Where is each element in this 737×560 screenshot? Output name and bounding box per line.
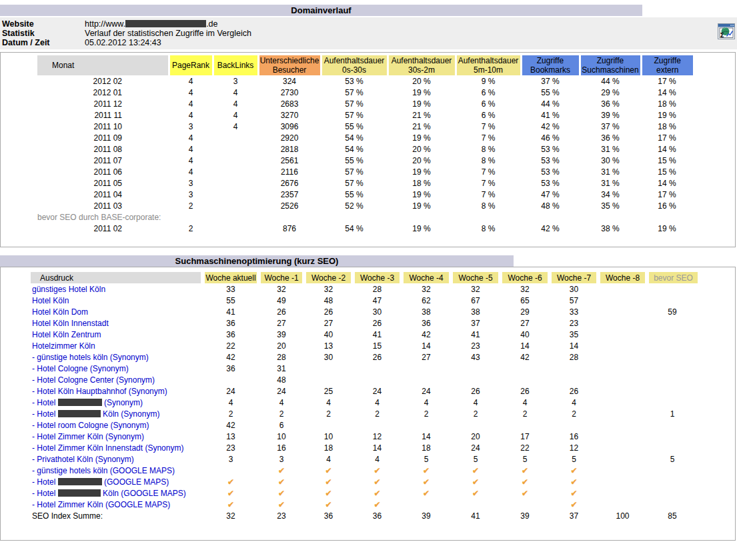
value-cell: 324 — [258, 75, 321, 87]
value-cell: 20 % — [388, 155, 456, 166]
value-cell — [647, 363, 698, 374]
keyword-cell[interactable]: - Hotel Zimmer Köln (Synonym) — [31, 431, 203, 442]
value-cell: 32 — [259, 283, 304, 295]
keyword-cell[interactable]: Hotel Köln Dom — [31, 306, 203, 317]
keyword-cell[interactable]: Hotel Köln Innenstadt — [31, 317, 203, 329]
value-cell: 8 % — [456, 155, 521, 166]
value-cell: 13 — [304, 340, 353, 351]
checkmark-icon: ✔ — [550, 476, 598, 487]
seo-table-row: Hotelzimmer Köln2220131514231414 — [31, 340, 698, 351]
value-cell: 3 — [203, 453, 259, 465]
checkmark-icon: ✔ — [353, 487, 402, 499]
checkmark-icon: ✔ — [353, 499, 402, 510]
keyword-cell[interactable]: - Hotel (GOOGLE MAPS) — [31, 476, 203, 487]
value-cell: 53 % — [521, 166, 580, 177]
keyword-cell[interactable]: Hotel Köln Zentrum — [31, 329, 203, 340]
value-cell: 4 — [451, 397, 500, 408]
column-header-woche-1: Woche -1 — [259, 272, 304, 283]
keyword-cell[interactable]: - Hotel Köln (GOOGLE MAPS) — [31, 487, 203, 499]
value-cell: 4 — [213, 87, 258, 98]
value-cell: 47 — [353, 295, 402, 306]
keyword-cell[interactable]: - Hotel Cologne (Synonym) — [31, 363, 203, 374]
value-cell — [647, 295, 698, 306]
value-cell: 22 — [500, 442, 550, 453]
value-cell: 65 — [500, 295, 550, 306]
value-cell: 2 — [500, 408, 550, 419]
value-cell — [647, 351, 698, 363]
keyword-cell[interactable]: Hotel Köln — [31, 295, 203, 306]
value-cell: 3 — [169, 177, 213, 189]
value-cell: 2 — [402, 408, 451, 419]
month-cell: 2012 02 — [37, 75, 169, 87]
value-cell — [213, 223, 258, 234]
value-cell: 2357 — [258, 189, 321, 200]
value-cell — [647, 317, 698, 329]
value-cell: 40 — [304, 329, 353, 340]
value-cell — [353, 374, 402, 385]
value-cell: 21 % — [388, 121, 456, 132]
value-cell: 28 — [259, 351, 304, 363]
column-header-zugriffe-suchmaschinen: ZugriffeSuchmaschinen — [580, 55, 641, 75]
value-cell: 42 — [203, 419, 259, 431]
value-cell — [353, 363, 402, 374]
keyword-cell[interactable]: - Hotel Köln (Synonym) — [31, 408, 203, 419]
value-cell: 31 % — [580, 166, 641, 177]
checkmark-icon: ✔ — [500, 465, 550, 476]
seo-sum-row: SEO Index Summe:322336363941393710085 — [31, 510, 698, 521]
keyword-cell[interactable]: - Privathotel Köln (Synonym) — [31, 453, 203, 465]
statistics-window-icon[interactable]: Σ — [718, 23, 735, 39]
month-cell: 2011 05 — [37, 177, 169, 189]
value-cell: 28 — [353, 283, 402, 295]
value-cell: 42 — [500, 351, 550, 363]
seo-table-row: - Privathotel Köln (Synonym)334455555 — [31, 453, 698, 465]
value-cell: 67 — [451, 295, 500, 306]
keyword-cell[interactable]: Hotelzimmer Köln — [31, 340, 203, 351]
value-cell: 1 — [647, 408, 698, 419]
value-cell — [598, 419, 647, 431]
value-cell — [598, 283, 647, 295]
value-cell — [213, 166, 258, 177]
value-cell: 8 % — [456, 200, 521, 211]
value-cell — [598, 499, 647, 510]
redacted-text-block — [125, 20, 206, 27]
keyword-cell[interactable]: - Hotel Cologne Center (Synonym) — [31, 374, 203, 385]
keyword-cell[interactable]: günstiges Hotel Köln — [31, 283, 203, 295]
value-cell: 57 — [550, 295, 598, 306]
value-cell: 48 % — [521, 200, 580, 211]
checkmark-icon: ✔ — [550, 499, 598, 510]
value-cell: 37 — [451, 317, 500, 329]
value-cell — [647, 465, 698, 476]
keyword-cell[interactable]: - Hotel Zimmer Köln (GOOGLE MAPS) — [31, 499, 203, 510]
value-cell — [550, 363, 598, 374]
value-cell: 37 % — [521, 75, 580, 87]
seo-table-row: Hotel Köln5549484762676557 — [31, 295, 698, 306]
value-cell: 33 — [550, 306, 598, 317]
keyword-cell[interactable]: - günstige hotels köln (Synonym) — [31, 351, 203, 363]
keyword-cell[interactable]: - Hotel (Synonym) — [31, 397, 203, 408]
value-cell: 37 — [550, 510, 598, 521]
value-cell: 26 — [353, 317, 402, 329]
month-cell: 2011 02 — [37, 223, 169, 234]
value-cell: 15 % — [641, 155, 693, 166]
value-cell — [598, 351, 647, 363]
value-cell: 4 — [169, 75, 213, 87]
value-cell: 2676 — [258, 177, 321, 189]
value-cell: 13 — [203, 431, 259, 442]
value-cell — [647, 374, 698, 385]
checkmark-icon: ✔ — [259, 465, 304, 476]
keyword-cell[interactable]: - Hotel Zimmer Köln Innenstadt (Synonym) — [31, 442, 203, 453]
value-cell: 39 — [500, 510, 550, 521]
keyword-cell[interactable]: - Hotel Köln Hauptbahnhof (Synonym) — [31, 385, 203, 397]
column-header-woche-3: Woche -3 — [353, 272, 402, 283]
keyword-cell[interactable]: - günstige hotels köln (GOOGLE MAPS) — [31, 465, 203, 476]
value-cell: 4 — [304, 453, 353, 465]
keyword-cell[interactable]: - Hotel room Cologne (Synonym) — [31, 419, 203, 431]
seo-table-row: - Hotel Köln Hauptbahnhof (Synonym)24242… — [31, 385, 698, 397]
value-cell: 18 % — [388, 177, 456, 189]
value-cell: 35 — [550, 329, 598, 340]
value-cell: 8 % — [456, 223, 521, 234]
checkmark-icon: ✔ — [402, 465, 451, 476]
domain-table-row: 2011 1034309655 %21 %7 %42 %37 %18 % — [37, 121, 693, 132]
seo-sum-label: SEO Index Summe: — [31, 510, 203, 521]
value-cell: 24 — [402, 385, 451, 397]
